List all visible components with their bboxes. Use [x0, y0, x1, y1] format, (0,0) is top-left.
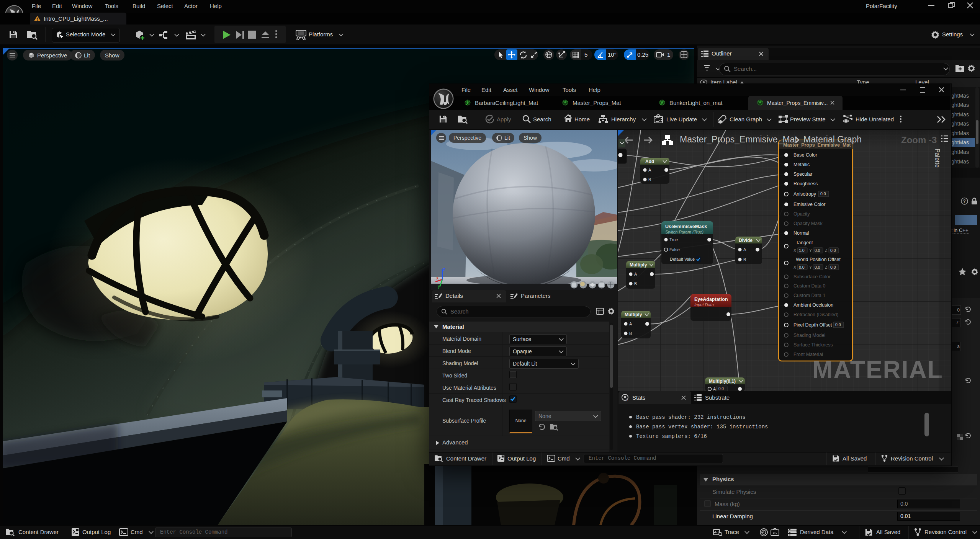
svg-text:Surface Thickness: Surface Thickness	[793, 342, 833, 348]
svg-text:Subsurface Color: Subsurface Color	[793, 274, 831, 279]
svg-text:Multiply(0,1): Multiply(0,1)	[709, 379, 736, 384]
svg-text:0.0: 0.0	[815, 248, 820, 253]
svg-text:True: True	[669, 237, 678, 242]
svg-text:World Position Offset: World Position Offset	[796, 257, 841, 262]
svg-text:A: A	[743, 247, 746, 252]
svg-text:Default Value: Default Value	[670, 257, 695, 261]
svg-text:Ambient Occlusion: Ambient Occlusion	[793, 302, 833, 308]
svg-text:Y: Y	[809, 248, 812, 253]
svg-text:A: A	[634, 272, 637, 276]
svg-text:0.0: 0.0	[815, 265, 820, 270]
svg-text:A: A	[648, 168, 651, 172]
svg-text:X: X	[793, 265, 796, 270]
svg-text:Multiply: Multiply	[630, 262, 647, 268]
svg-text:Multiply: Multiply	[625, 312, 642, 317]
svg-text:B: B	[648, 177, 651, 182]
svg-text:Pixel Depth Offset: Pixel Depth Offset	[793, 322, 832, 328]
svg-text:0.0: 0.0	[799, 265, 805, 270]
svg-text:UseEmmisveMask: UseEmmisveMask	[665, 224, 707, 229]
svg-text:Tangent: Tangent	[796, 240, 813, 245]
svg-text:Anisotropy: Anisotropy	[793, 191, 816, 197]
svg-text:?: ?	[963, 199, 966, 204]
svg-text:EyeAdaptation: EyeAdaptation	[694, 297, 728, 302]
svg-text:B: B	[634, 281, 637, 286]
svg-text:Add: Add	[645, 159, 654, 164]
svg-text:A: A	[713, 387, 716, 391]
svg-text:z: z	[443, 267, 445, 272]
svg-text:A: A	[629, 322, 632, 326]
svg-text:Custom Data 0: Custom Data 0	[793, 283, 825, 289]
svg-text:False: False	[669, 247, 680, 252]
svg-text:Refraction (Disabled): Refraction (Disabled)	[793, 312, 838, 317]
svg-text:Base Color: Base Color	[793, 152, 817, 158]
svg-text:i: i	[627, 398, 628, 402]
svg-text:Custom Data 1: Custom Data 1	[793, 293, 825, 298]
svg-text:B: B	[629, 331, 632, 336]
svg-text:x: x	[436, 275, 438, 281]
svg-text:X: X	[793, 248, 796, 253]
svg-text:Z: Z	[825, 265, 828, 270]
svg-text:Specular: Specular	[793, 172, 812, 177]
svg-text:0.0: 0.0	[820, 191, 826, 196]
svg-text:Metallic: Metallic	[793, 162, 810, 167]
svg-text:Emissive Color: Emissive Color	[793, 202, 825, 207]
svg-text:Divide: Divide	[739, 238, 753, 243]
svg-text:Opacity Mask: Opacity Mask	[793, 221, 823, 226]
svg-text:Opacity: Opacity	[793, 211, 810, 217]
svg-text:0.0: 0.0	[830, 248, 836, 253]
svg-text:0.0: 0.0	[718, 387, 724, 391]
svg-text:Shading Model: Shading Model	[793, 333, 825, 338]
svg-text:0.0: 0.0	[835, 322, 841, 327]
svg-text:1.0: 1.0	[799, 248, 805, 253]
svg-text:Input Data: Input Data	[694, 302, 714, 307]
svg-text:B: B	[743, 257, 746, 262]
svg-text:Z: Z	[825, 248, 828, 253]
svg-text:y: y	[438, 284, 440, 289]
svg-text:0.0: 0.0	[830, 265, 836, 270]
svg-text:MATERIAL: MATERIAL	[812, 356, 943, 384]
svg-text:Y: Y	[809, 265, 812, 270]
svg-text:Roughness: Roughness	[793, 181, 818, 186]
svg-text:Switch Param (True): Switch Param (True)	[665, 230, 704, 234]
svg-text:Normal: Normal	[793, 230, 809, 236]
